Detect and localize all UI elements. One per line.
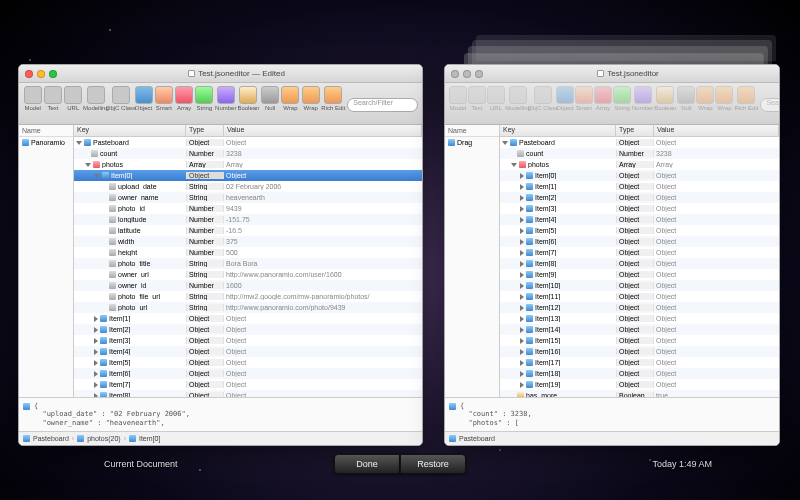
type-cell[interactable]: Number bbox=[186, 227, 224, 234]
tree-row[interactable]: photo_urlStringhttp://www.panoramio.com/… bbox=[74, 302, 422, 313]
disclosure-triangle-icon[interactable] bbox=[520, 261, 524, 267]
value-cell[interactable]: Object bbox=[224, 359, 422, 366]
type-cell[interactable]: String bbox=[186, 304, 224, 311]
value-cell[interactable]: Object bbox=[654, 381, 779, 388]
toolbar-array-button[interactable]: Array bbox=[594, 86, 612, 111]
tree-row[interactable]: owner_idNumber1600 bbox=[74, 280, 422, 291]
disclosure-triangle-icon[interactable] bbox=[94, 174, 100, 178]
type-cell[interactable]: Object bbox=[616, 326, 654, 333]
type-cell[interactable]: Object bbox=[616, 271, 654, 278]
value-cell[interactable]: 9439 bbox=[224, 205, 422, 212]
value-cell[interactable]: Object bbox=[654, 227, 779, 234]
disclosure-triangle-icon[interactable] bbox=[94, 338, 98, 344]
tree-row[interactable]: Item[11]ObjectObject bbox=[500, 291, 779, 302]
disclosure-triangle-icon[interactable] bbox=[511, 163, 517, 167]
disclosure-triangle-icon[interactable] bbox=[94, 382, 98, 388]
type-cell[interactable]: Object bbox=[186, 337, 224, 344]
toolbar-url-button[interactable]: URL bbox=[487, 86, 505, 111]
type-cell[interactable]: Object bbox=[616, 359, 654, 366]
tree-row[interactable]: Item[18]ObjectObject bbox=[500, 368, 779, 379]
breadcrumb[interactable]: Pasteboard bbox=[445, 431, 779, 445]
col-value[interactable]: Value bbox=[654, 125, 779, 136]
value-cell[interactable]: Object bbox=[654, 139, 779, 146]
type-cell[interactable]: Number bbox=[186, 282, 224, 289]
tree-row[interactable]: Item[10]ObjectObject bbox=[500, 280, 779, 291]
breadcrumb-item[interactable]: photos(20) bbox=[87, 435, 120, 442]
value-cell[interactable]: 3238 bbox=[224, 150, 422, 157]
disclosure-triangle-icon[interactable] bbox=[520, 250, 524, 256]
zoom-icon[interactable] bbox=[49, 70, 57, 78]
value-cell[interactable]: 3238 bbox=[654, 150, 779, 157]
toolbar-string-button[interactable]: String bbox=[195, 86, 214, 111]
disclosure-triangle-icon[interactable] bbox=[520, 338, 524, 344]
tree-row[interactable]: Item[8]ObjectObject bbox=[74, 390, 422, 397]
value-cell[interactable]: 375 bbox=[224, 238, 422, 245]
value-cell[interactable]: Object bbox=[224, 315, 422, 322]
sidebar-item[interactable]: Drag bbox=[445, 137, 499, 148]
tree-row[interactable]: countNumber3238 bbox=[74, 148, 422, 159]
value-cell[interactable]: Object bbox=[224, 381, 422, 388]
toolbar-string-button[interactable]: String bbox=[613, 86, 631, 111]
toolbar-array-button[interactable]: Array bbox=[174, 86, 193, 111]
type-cell[interactable]: Object bbox=[616, 139, 654, 146]
toolbar-objc-class-button[interactable]: ObjC Class bbox=[109, 86, 133, 111]
disclosure-triangle-icon[interactable] bbox=[520, 305, 524, 311]
type-cell[interactable]: Object bbox=[186, 326, 224, 333]
disclosure-triangle-icon[interactable] bbox=[520, 327, 524, 333]
tree-row[interactable]: Item[6]ObjectObject bbox=[74, 368, 422, 379]
breadcrumb-item[interactable]: Item[0] bbox=[139, 435, 160, 442]
disclosure-triangle-icon[interactable] bbox=[520, 371, 524, 377]
tree-row[interactable]: PasteboardObjectObject bbox=[74, 137, 422, 148]
breadcrumb-item[interactable]: Pasteboard bbox=[33, 435, 69, 442]
disclosure-triangle-icon[interactable] bbox=[520, 382, 524, 388]
type-cell[interactable]: Object bbox=[616, 238, 654, 245]
toolbar-object-button[interactable]: Object bbox=[556, 86, 574, 111]
value-cell[interactable]: Object bbox=[654, 172, 779, 179]
value-cell[interactable]: Object bbox=[654, 194, 779, 201]
traffic-lights[interactable] bbox=[25, 70, 57, 78]
disclosure-triangle-icon[interactable] bbox=[520, 184, 524, 190]
breadcrumb[interactable]: Pasteboard›photos(20)›Item[0] bbox=[19, 431, 422, 445]
type-cell[interactable]: Object bbox=[616, 227, 654, 234]
type-cell[interactable]: Number bbox=[186, 249, 224, 256]
type-cell[interactable]: Object bbox=[616, 194, 654, 201]
tree-row[interactable]: photosArrayArray bbox=[500, 159, 779, 170]
type-cell[interactable]: Object bbox=[616, 315, 654, 322]
value-cell[interactable]: heavenearth bbox=[224, 194, 422, 201]
type-cell[interactable]: Object bbox=[616, 205, 654, 212]
type-cell[interactable]: Array bbox=[186, 161, 224, 168]
type-cell[interactable]: Number bbox=[186, 238, 224, 245]
disclosure-triangle-icon[interactable] bbox=[520, 228, 524, 234]
toolbar-text-button[interactable]: Text bbox=[43, 86, 62, 111]
value-cell[interactable]: Object bbox=[224, 139, 422, 146]
tree-row[interactable]: countNumber3238 bbox=[500, 148, 779, 159]
value-cell[interactable]: Object bbox=[654, 337, 779, 344]
value-cell[interactable]: http://www.panoramio.com/photo/9439 bbox=[224, 304, 422, 311]
toolbar-modelling-button[interactable]: Modelling bbox=[506, 86, 530, 111]
value-cell[interactable]: -16.5 bbox=[224, 227, 422, 234]
disclosure-triangle-icon[interactable] bbox=[520, 349, 524, 355]
tree-row[interactable]: latitudeNumber-16.5 bbox=[74, 225, 422, 236]
tree-row[interactable]: PasteboardObjectObject bbox=[500, 137, 779, 148]
type-cell[interactable]: Object bbox=[616, 348, 654, 355]
value-cell[interactable]: Object bbox=[654, 260, 779, 267]
tree-row[interactable]: Item[8]ObjectObject bbox=[500, 258, 779, 269]
disclosure-triangle-icon[interactable] bbox=[520, 360, 524, 366]
tree-row[interactable]: photo_idNumber9439 bbox=[74, 203, 422, 214]
toolbar-boolean-button[interactable]: Boolean bbox=[237, 86, 259, 111]
titlebar[interactable]: Test.jsoneditor bbox=[445, 65, 779, 83]
disclosure-triangle-icon[interactable] bbox=[94, 349, 98, 355]
titlebar[interactable]: Test.jsoneditor — Edited bbox=[19, 65, 422, 83]
tree-row[interactable]: Item[2]ObjectObject bbox=[74, 324, 422, 335]
value-cell[interactable]: 500 bbox=[224, 249, 422, 256]
disclosure-triangle-icon[interactable] bbox=[94, 371, 98, 377]
toolbar-null-button[interactable]: Null bbox=[677, 86, 695, 111]
close-icon[interactable] bbox=[25, 70, 33, 78]
type-cell[interactable]: Object bbox=[616, 370, 654, 377]
value-cell[interactable]: Object bbox=[654, 326, 779, 333]
type-cell[interactable]: Number bbox=[616, 150, 654, 157]
value-cell[interactable]: Array bbox=[654, 161, 779, 168]
tree-row[interactable]: has_moreBooleantrue bbox=[500, 390, 779, 397]
col-key[interactable]: Key bbox=[500, 125, 616, 136]
value-cell[interactable]: Object bbox=[654, 348, 779, 355]
